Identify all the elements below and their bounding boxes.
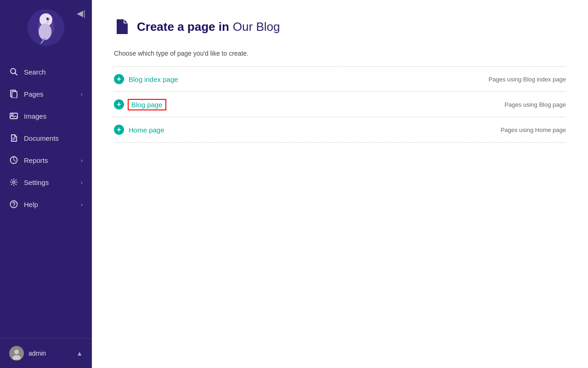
sidebar-item-label: Search <box>24 68 83 76</box>
sidebar-item-label: Images <box>24 112 83 120</box>
chevron-right-icon: › <box>81 179 83 186</box>
page-type-item[interactable]: + Blog page Pages using Blog page <box>114 92 566 117</box>
sidebar-item-images[interactable]: Images <box>0 105 92 127</box>
sidebar-item-label: Help <box>24 201 81 208</box>
avatar <box>9 346 24 361</box>
admin-username: admin <box>28 350 76 357</box>
collapse-sidebar-button[interactable]: ◀| <box>77 8 85 18</box>
page-header: Create a page inOur Blog <box>114 18 566 35</box>
page-type-name: Home page <box>129 126 164 134</box>
admin-chevron-icon: ▲ <box>76 350 83 357</box>
chevron-right-icon: › <box>81 201 83 208</box>
page-type-item[interactable]: + Blog index page Pages using Blog index… <box>114 66 566 92</box>
search-icon <box>9 67 18 76</box>
page-type-name: Blog index page <box>129 75 178 83</box>
logo <box>28 9 64 46</box>
page-type-left: + Home page <box>114 125 164 135</box>
sidebar: ◀| <box>0 0 92 368</box>
main-content: Create a page inOur Blog Choose which ty… <box>92 0 588 368</box>
svg-point-15 <box>13 181 15 184</box>
sidebar-footer[interactable]: admin ▲ <box>0 338 92 368</box>
sidebar-item-documents[interactable]: Documents <box>0 127 92 149</box>
sidebar-item-help[interactable]: Help › <box>0 193 92 215</box>
sidebar-item-label: Documents <box>24 134 83 142</box>
chevron-right-icon: › <box>81 157 83 164</box>
add-page-icon: + <box>114 74 124 84</box>
sidebar-item-search[interactable]: Search <box>0 61 92 83</box>
help-icon <box>9 200 18 209</box>
page-type-item[interactable]: + Home page Pages using Home page <box>114 117 566 143</box>
add-page-icon: + <box>114 99 124 109</box>
svg-point-3 <box>46 17 49 20</box>
page-type-list: + Blog index page Pages using Blog index… <box>114 66 566 143</box>
nav-menu: Search Pages › Images <box>0 57 92 338</box>
documents-icon <box>9 133 18 143</box>
svg-point-4 <box>48 18 49 19</box>
page-description: Choose which type of page you'd like to … <box>114 50 566 57</box>
sidebar-item-pages[interactable]: Pages › <box>0 83 92 105</box>
chevron-right-icon: › <box>81 91 83 98</box>
page-type-usage: Pages using Blog index page <box>489 76 566 83</box>
page-type-icon <box>114 18 130 35</box>
svg-point-5 <box>39 23 51 40</box>
page-type-usage: Pages using Blog page <box>504 101 566 108</box>
page-title: Create a page inOur Blog <box>137 20 280 34</box>
sidebar-item-label: Pages <box>24 90 81 98</box>
page-type-name-highlighted: Blog page <box>129 100 165 109</box>
images-icon <box>9 111 18 121</box>
svg-point-17 <box>13 206 14 207</box>
reports-icon <box>9 155 18 165</box>
page-type-left: + Blog index page <box>114 74 178 84</box>
page-type-usage: Pages using Home page <box>501 126 566 133</box>
sidebar-item-label: Reports <box>24 156 81 164</box>
sidebar-item-settings[interactable]: Settings › <box>0 171 92 193</box>
sidebar-item-label: Settings <box>24 178 81 186</box>
sidebar-item-reports[interactable]: Reports › <box>0 149 92 171</box>
pages-icon <box>9 89 18 98</box>
svg-point-19 <box>14 350 19 354</box>
svg-line-7 <box>15 73 17 75</box>
add-page-icon: + <box>114 125 124 135</box>
svg-rect-9 <box>12 92 17 98</box>
settings-icon <box>9 178 18 187</box>
page-type-left: + Blog page <box>114 99 165 109</box>
